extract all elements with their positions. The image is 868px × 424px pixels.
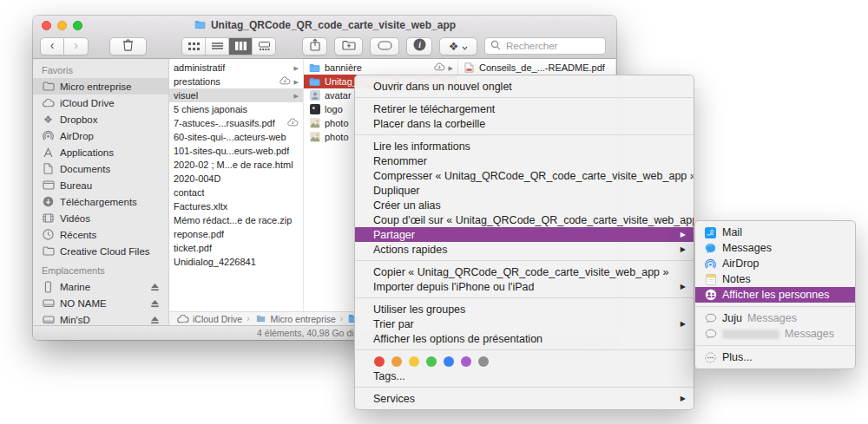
titlebar[interactable]: Unitag_QRCode_QR_code_carte_visite_web_a… bbox=[33, 16, 616, 34]
share-button[interactable] bbox=[302, 37, 327, 55]
tag-color-dot[interactable] bbox=[409, 356, 419, 367]
share-item-mail[interactable]: Mail bbox=[695, 225, 855, 240]
sidebar-item-videos[interactable]: Vidéos bbox=[33, 210, 168, 226]
eject-icon[interactable] bbox=[150, 316, 160, 324]
sidebar-item-no-name[interactable]: NO NAME bbox=[33, 295, 168, 311]
sidebar-item-applications[interactable]: Applications bbox=[33, 144, 168, 160]
file-row-60-sites-qui-acteurs-web[interactable]: 60-sites-qui-...acteurs-web bbox=[169, 130, 303, 144]
search-icon bbox=[490, 38, 501, 54]
menu-item-ouvrir-dans-un-nouvel-onglet[interactable]: Ouvrir dans un nouvel onglet bbox=[355, 79, 694, 94]
sidebar-item-creative-cloud-files[interactable]: Creative Cloud Files bbox=[33, 243, 168, 259]
sidebar-item-dropbox[interactable]: ❖Dropbox bbox=[33, 111, 168, 127]
file-row-prestations[interactable]: prestations▶ bbox=[169, 75, 303, 88]
view-list-button[interactable] bbox=[206, 38, 229, 55]
menu-item-renommer[interactable]: Renommer bbox=[355, 153, 694, 168]
file-row-conseils-de-readme-pdf[interactable]: Conseils_de_...-README.pdf bbox=[458, 61, 615, 75]
traffic-lights bbox=[42, 21, 82, 30]
path-item-icloud-drive[interactable]: iCloud Drive bbox=[176, 314, 242, 324]
menu-item-utiliser-les-groupes[interactable]: Utiliser les groupes bbox=[355, 302, 694, 316]
sidebar-item-telechargements[interactable]: Téléchargements bbox=[33, 193, 168, 210]
eject-icon[interactable] bbox=[150, 283, 160, 291]
file-row-banniere[interactable]: bannière▶ bbox=[304, 61, 457, 75]
submenu-arrow-icon: ▶ bbox=[681, 321, 686, 328]
file-row-contact[interactable]: contact bbox=[169, 186, 303, 199]
sidebar-item-airdrop[interactable]: AirDrop bbox=[33, 127, 168, 144]
share-item-juju[interactable]: JujuMessages bbox=[695, 310, 855, 326]
toolbar: ‹ › bbox=[33, 34, 616, 58]
forward-button[interactable]: › bbox=[64, 37, 89, 55]
sidebar-locations-header: Emplacements bbox=[33, 264, 168, 277]
folder-icon bbox=[42, 82, 55, 91]
file-row-memo-redact-e-de-race-zip[interactable]: Mémo rédact...e de race.zip bbox=[169, 213, 303, 227]
menu-item-copier-unitag-qrcode-qr-code-carte-visit[interactable]: Copier « Unitag_QRCode_QR_code_carte_vis… bbox=[355, 264, 694, 279]
file-icon bbox=[463, 62, 476, 73]
path-item-micro-entreprise[interactable]: Micro entreprise bbox=[254, 314, 336, 324]
tag-color-dot[interactable] bbox=[391, 356, 402, 367]
file-row-unidialog-4226841[interactable]: Unidialog_4226841 bbox=[169, 255, 303, 269]
menu-item-partager[interactable]: Partager▶ bbox=[355, 227, 694, 242]
file-row-101-sites-qu-eurs-web-pdf[interactable]: 101-sites-qu...eurs-web.pdf bbox=[169, 144, 303, 158]
menu-item-compresser-unitag-qrcode-qr-code-carte-v[interactable]: Compresser « Unitag_QRCode_QR_code_carte… bbox=[355, 168, 694, 183]
file-row-factures-xltx[interactable]: Factures.xltx bbox=[169, 199, 303, 213]
submenu-arrow-icon: ▶ bbox=[681, 284, 686, 290]
tag-color-dot[interactable] bbox=[478, 356, 489, 367]
file-row-administratif[interactable]: administratif▶ bbox=[169, 61, 303, 75]
file-row-ticket-pdf[interactable]: ticket.pdf bbox=[169, 241, 303, 255]
sidebar-item-min-sd[interactable]: Min'sD bbox=[33, 311, 168, 328]
share-item-plus[interactable]: Plus... bbox=[695, 349, 855, 365]
file-row-visuel[interactable]: visuel▶ bbox=[169, 88, 303, 102]
eject-icon[interactable] bbox=[150, 299, 160, 308]
menu-item-afficher-les-options-de-presentation[interactable]: Afficher les options de présentation bbox=[355, 331, 694, 346]
file-row-reponse-pdf[interactable]: reponse.pdf bbox=[169, 227, 303, 241]
tag-color-dot[interactable] bbox=[461, 356, 471, 367]
file-row-7-astuces-rsuasifs-pdf[interactable]: 7-astuces-...rsuasifs.pdf bbox=[169, 116, 303, 130]
back-button[interactable]: ‹ bbox=[40, 37, 64, 55]
sidebar-item-micro-entreprise[interactable]: Micro entreprise bbox=[33, 78, 168, 95]
menu-separator bbox=[355, 387, 694, 388]
search-input[interactable] bbox=[504, 40, 600, 52]
trash-button[interactable] bbox=[109, 37, 147, 55]
share-item-notes[interactable]: Notes bbox=[695, 271, 855, 287]
share-item-afficher-les-personnes[interactable]: Afficher les personnes bbox=[695, 287, 855, 303]
sidebar-item-recents[interactable]: Récents bbox=[33, 226, 168, 243]
menu-item-services[interactable]: Services▶ bbox=[355, 391, 694, 406]
tag-color-dot[interactable] bbox=[426, 356, 437, 367]
menu-item-placer-dans-la-corbeille[interactable]: Placer dans la corbeille bbox=[355, 116, 694, 131]
zoom-button[interactable] bbox=[73, 21, 82, 30]
tag-button[interactable] bbox=[370, 37, 399, 55]
menu-item-coup-d-il-sur-unitag-qrcode-qr-code-cart[interactable]: Coup d'œil sur « Unitag_QRCode_QR_code_c… bbox=[355, 212, 694, 227]
info-button[interactable]: i bbox=[406, 37, 432, 55]
file-row-2020-004d[interactable]: 2020-004D bbox=[169, 172, 303, 186]
tag-color-dot[interactable] bbox=[374, 356, 385, 367]
menu-item-tags[interactable]: Tags... bbox=[355, 369, 694, 383]
file-row-2020-02-m-e-de-race-html[interactable]: 2020-02 ; M...e de race.html bbox=[169, 158, 303, 172]
close-button[interactable] bbox=[42, 21, 51, 30]
menu-item-importer-depuis-l-iphone-ou-l-ipad[interactable]: Importer depuis l'iPhone ou l'iPad▶ bbox=[355, 279, 694, 294]
disk-icon bbox=[42, 315, 55, 324]
sidebar-item-icloud-drive[interactable]: iCloud Drive bbox=[33, 95, 168, 111]
sidebar-item-marine[interactable]: Marine bbox=[33, 278, 168, 295]
menu-item-lire-les-informations[interactable]: Lire les informations bbox=[355, 139, 694, 153]
new-folder-button[interactable] bbox=[334, 37, 363, 55]
path-separator: › bbox=[247, 314, 249, 323]
tag-color-dot[interactable] bbox=[444, 356, 454, 367]
share-item-contact[interactable]: Messages bbox=[695, 326, 855, 342]
search-field[interactable] bbox=[484, 37, 606, 55]
view-columns-button[interactable] bbox=[229, 38, 253, 55]
view-gallery-button[interactable] bbox=[253, 38, 275, 55]
sidebar-item-documents[interactable]: Documents bbox=[33, 160, 168, 177]
menu-item-retirer-le-telechargement[interactable]: Retirer le téléchargement bbox=[355, 101, 694, 116]
dropbox-button[interactable]: ❖ bbox=[439, 37, 477, 55]
document-icon bbox=[42, 163, 55, 174]
view-icons-button[interactable] bbox=[182, 38, 206, 55]
minimize-button[interactable] bbox=[57, 21, 67, 30]
menu-item-creer-un-alias[interactable]: Créer un alias bbox=[355, 198, 694, 212]
desktop: Unitag_QRCode_QR_code_carte_visite_web_a… bbox=[0, 0, 868, 424]
share-item-airdrop[interactable]: AirDrop bbox=[695, 256, 855, 271]
sidebar-item-bureau[interactable]: Bureau bbox=[33, 177, 168, 193]
menu-item-actions-rapides[interactable]: Actions rapides▶ bbox=[355, 242, 694, 257]
menu-item-trier-par[interactable]: Trier par▶ bbox=[355, 316, 694, 331]
file-row-5-chiens-japonais[interactable]: 5 chiens japonais bbox=[169, 102, 303, 116]
menu-item-dupliquer[interactable]: Dupliquer bbox=[355, 183, 694, 198]
share-item-messages[interactable]: Messages bbox=[695, 240, 855, 256]
